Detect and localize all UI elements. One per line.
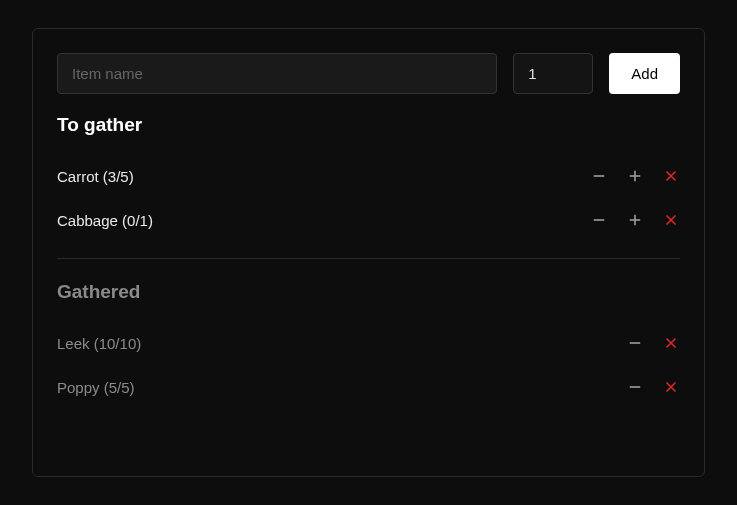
section-divider — [57, 258, 680, 259]
item-label: Cabbage (0/1) — [57, 212, 153, 229]
item-actions — [626, 334, 680, 352]
plus-icon[interactable] — [626, 211, 644, 229]
gather-panel: Add To gather Carrot (3/5) Cabbage (0/1) — [32, 28, 705, 477]
delete-icon[interactable] — [662, 334, 680, 352]
to-gather-heading: To gather — [57, 114, 680, 136]
list-item: Poppy (5/5) — [57, 365, 680, 409]
plus-icon[interactable] — [626, 167, 644, 185]
item-name-input[interactable] — [57, 53, 497, 94]
list-item: Carrot (3/5) — [57, 154, 680, 198]
minus-icon[interactable] — [626, 334, 644, 352]
item-label: Carrot (3/5) — [57, 168, 134, 185]
list-item: Cabbage (0/1) — [57, 198, 680, 242]
delete-icon[interactable] — [662, 167, 680, 185]
item-actions — [590, 211, 680, 229]
item-label: Leek (10/10) — [57, 335, 141, 352]
delete-icon[interactable] — [662, 211, 680, 229]
gathered-heading: Gathered — [57, 281, 680, 303]
list-item: Leek (10/10) — [57, 321, 680, 365]
minus-icon[interactable] — [590, 211, 608, 229]
item-actions — [590, 167, 680, 185]
item-label: Poppy (5/5) — [57, 379, 135, 396]
add-button[interactable]: Add — [609, 53, 680, 94]
item-actions — [626, 378, 680, 396]
minus-icon[interactable] — [590, 167, 608, 185]
delete-icon[interactable] — [662, 378, 680, 396]
minus-icon[interactable] — [626, 378, 644, 396]
quantity-input[interactable] — [513, 53, 593, 94]
add-item-form: Add — [57, 53, 680, 94]
